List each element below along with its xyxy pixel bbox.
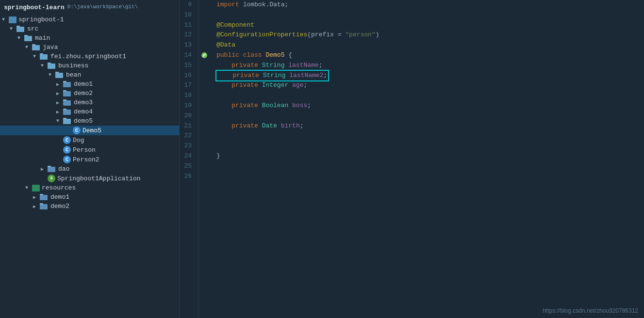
code-line-23: [216, 141, 644, 151]
folder-icon: [63, 81, 72, 88]
folder-icon: [63, 99, 72, 106]
tree-label: business: [58, 62, 88, 69]
class-icon: C: [63, 146, 71, 154]
tree-item-src[interactable]: ▼ src: [0, 24, 179, 33]
tree-label: demo4: [74, 108, 93, 115]
tree-label: Person: [73, 146, 96, 154]
tree-item-springboot1[interactable]: ▼ springboot-1: [0, 15, 179, 24]
tree-label: Demo5: [83, 127, 101, 134]
tree-label: demo2: [74, 90, 93, 97]
project-header: springboot-learn D:\java\workSpace\git\: [0, 0, 179, 15]
watermark: https://blog.csdn.net/zhou920786312: [543, 307, 638, 314]
gutter: [199, 0, 210, 318]
tree-label: main: [35, 34, 50, 42]
folder-icon: [40, 194, 49, 201]
tree-label: Person2: [73, 156, 99, 163]
arrow-icon: ▼: [25, 185, 32, 191]
code-line-16: private String lastName2;: [216, 71, 644, 81]
code-line-18: [216, 91, 644, 101]
arrow-icon: ▼: [41, 63, 48, 68]
file-tree: ▼ springboot-1 ▼ src ▼ main ▼ java ▼ fei…: [0, 15, 179, 211]
tree-item-resources[interactable]: ▼ resources: [0, 183, 179, 192]
tree-label: src: [27, 25, 38, 32]
arrow-icon: ▶: [41, 166, 48, 172]
code-line-20: [216, 111, 644, 121]
code-content[interactable]: import lombok.Data; @Component @Configur…: [210, 0, 644, 318]
project-path: D:\java\workSpace\git\: [67, 4, 138, 11]
arrow-icon: ▼: [2, 17, 9, 22]
tree-item-demo5[interactable]: ▼ demo5: [0, 116, 179, 126]
tree-label: demo2: [50, 203, 69, 210]
arrow-icon: ▶: [56, 100, 63, 106]
tree-item-Springboot1App[interactable]: S Springboot1Application: [0, 174, 179, 183]
arrow-icon: ▶: [33, 204, 40, 209]
arrow-icon: ▶: [33, 194, 40, 200]
arrow-icon: ▼: [33, 54, 40, 59]
tree-item-res-demo1[interactable]: ▶ demo1: [0, 192, 179, 202]
arrow-icon: ▼: [49, 72, 55, 78]
code-line-26: [216, 172, 644, 182]
folder-icon: [17, 26, 25, 32]
tree-item-Person[interactable]: C Person: [0, 145, 179, 155]
class-icon-special: S: [48, 175, 55, 182]
code-line-13: @Data: [216, 40, 644, 50]
folder-icon: [55, 72, 64, 79]
spring-icon: [201, 52, 208, 59]
code-line-19: private Boolean boss;: [216, 101, 644, 111]
arrow-icon: ▼: [25, 45, 32, 50]
arrow-icon: ▼: [17, 35, 24, 41]
arrow-icon: ▼: [10, 26, 17, 32]
folder-icon: [32, 44, 41, 51]
tree-label: Dog: [73, 137, 84, 144]
code-line-24: }: [216, 151, 644, 161]
code-line-15: private String lastName;: [216, 61, 644, 71]
tree-label: demo1: [74, 80, 93, 88]
code-area: 9 10 11 12 13 14 15 16 17 18 19 20 21 22…: [180, 0, 644, 318]
tree-item-java[interactable]: ▼ java: [0, 43, 179, 52]
tree-label: demo3: [74, 99, 93, 106]
folder-icon: [48, 166, 56, 173]
code-line-10: [216, 10, 644, 20]
tree-label: resources: [42, 184, 76, 191]
code-line-9: import lombok.Data;: [216, 0, 644, 10]
tree-item-Dog[interactable]: C Dog: [0, 135, 179, 145]
tree-item-res-demo2[interactable]: ▶ demo2: [0, 202, 179, 211]
line-numbers: 9 10 11 12 13 14 15 16 17 18 19 20 21 22…: [180, 0, 199, 318]
file-tree-sidebar: springboot-learn D:\java\workSpace\git\ …: [0, 0, 180, 318]
tree-item-bean[interactable]: ▼ bean: [0, 70, 179, 80]
tree-item-demo2[interactable]: ▶ demo2: [0, 89, 179, 98]
code-line-12: @ConfigurationProperties(prefix = "perso…: [216, 30, 644, 40]
class-icon: C: [63, 156, 71, 163]
tree-item-demo3[interactable]: ▶ demo3: [0, 98, 179, 107]
tree-label: demo1: [50, 193, 69, 201]
tree-label: demo5: [74, 117, 93, 125]
code-line-11: @Component: [216, 20, 644, 31]
code-line-17: private Integer age;: [216, 80, 644, 91]
code-line-22: [216, 131, 644, 141]
tree-label: java: [43, 44, 58, 51]
tree-item-dao[interactable]: ▶ dao: [0, 164, 179, 174]
tree-label: dao: [58, 165, 69, 173]
folder-icon: [40, 203, 49, 210]
code-line-14: public class Demo5 {: [216, 50, 644, 61]
tree-item-demo4[interactable]: ▶ demo4: [0, 107, 179, 116]
tree-item-Demo5[interactable]: C Demo5: [0, 126, 179, 135]
arrow-icon: ▶: [56, 109, 63, 115]
folder-icon: [40, 53, 49, 60]
code-editor: 9 10 11 12 13 14 15 16 17 18 19 20 21 22…: [180, 0, 644, 318]
code-line-21: private Date birth;: [216, 121, 644, 131]
folder-icon: [48, 63, 56, 69]
tree-label: springboot-1: [18, 16, 64, 23]
tree-item-Person2[interactable]: C Person2: [0, 155, 179, 164]
tree-item-package[interactable]: ▼ fei.zhou.springboot1: [0, 52, 179, 61]
tree-item-main[interactable]: ▼ main: [0, 33, 179, 43]
folder-icon: [63, 109, 72, 115]
tree-label: Springboot1Application: [57, 175, 141, 182]
tree-item-demo1[interactable]: ▶ demo1: [0, 80, 179, 89]
arrow-icon: ▼: [56, 118, 63, 124]
tree-item-business[interactable]: ▼ business: [0, 61, 179, 70]
folder-icon: [63, 90, 72, 97]
arrow-icon: ▶: [56, 91, 63, 96]
resources-folder-icon: [32, 185, 40, 191]
tree-label: fei.zhou.springboot1: [50, 53, 126, 60]
